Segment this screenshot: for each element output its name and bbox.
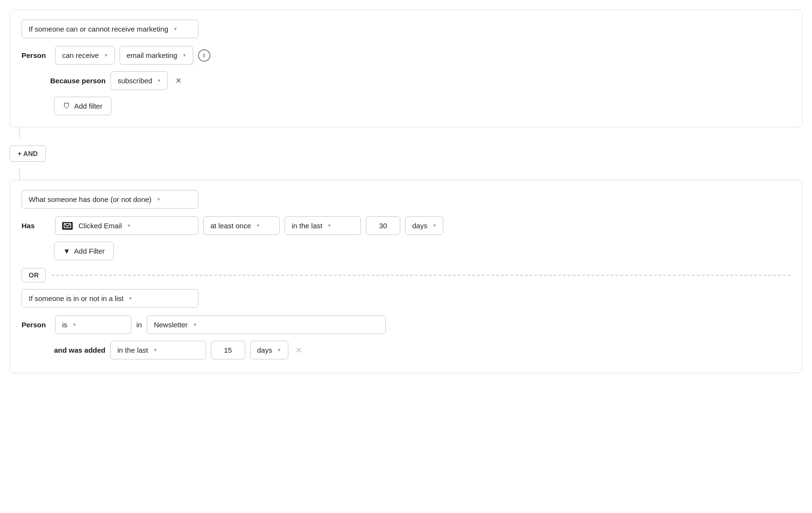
add-filter-icon-1: ⛉	[63, 102, 70, 110]
days-value-input-2[interactable]	[211, 341, 245, 359]
vertical-connector-2	[19, 168, 20, 180]
or-connector: OR	[22, 268, 790, 282]
activity-condition-block: What someone has done (or not done) ▾ Ha…	[10, 180, 802, 373]
chevron-icon-days-2: ▾	[278, 347, 281, 353]
can-receive-select[interactable]: can receive ▾	[55, 46, 115, 65]
clicked-email-select[interactable]: Clicked Email ▾	[55, 216, 198, 235]
or-dashed-line	[52, 275, 790, 276]
clicked-email-label: Clicked Email	[78, 222, 122, 230]
activity-filter-row: Has Clicked Email ▾ at least once ▾ in t…	[22, 216, 790, 235]
add-filter-button-1[interactable]: ⛉ Add filter	[54, 97, 111, 115]
subscribed-select[interactable]: subscribed ▾	[110, 71, 168, 90]
condition-type-label-2: What someone has done (or not done)	[29, 195, 152, 203]
newsletter-select[interactable]: Newsletter ▾	[147, 315, 386, 334]
condition-type-select-2[interactable]: What someone has done (or not done) ▾	[22, 190, 198, 209]
email-icon	[62, 222, 73, 230]
chevron-icon-3: ▾	[129, 295, 132, 301]
condition-type-label-3: If someone is in or not in a list	[29, 294, 123, 302]
days-unit-label-1: days	[412, 222, 428, 230]
chevron-icon-is: ▾	[73, 322, 76, 328]
because-row: Because person subscribed ▾ ×	[50, 71, 790, 90]
chevron-icon-in-last-1: ▾	[328, 223, 331, 229]
add-filter-icon-2: ▼	[63, 247, 70, 255]
is-select[interactable]: is ▾	[55, 315, 132, 334]
newsletter-label: Newsletter	[154, 321, 188, 329]
days-unit-select-1[interactable]: days ▾	[405, 216, 443, 235]
add-filter-label-1: Add filter	[74, 102, 102, 110]
chevron-icon-newsletter: ▾	[194, 322, 197, 328]
in-the-last-label-2: in the last	[118, 346, 148, 354]
condition-type-select-3[interactable]: If someone is in or not in a list ▾	[22, 289, 198, 308]
add-filter-label-2: Add Filter	[74, 247, 105, 255]
list-condition-block: If someone is in or not in a list ▾ Pers…	[22, 289, 790, 359]
and-was-added-label: and was added	[54, 346, 106, 354]
chevron-icon-days-1: ▾	[433, 223, 436, 229]
add-filter-container-1: ⛉ Add filter	[54, 97, 790, 115]
condition-type-label-1: If someone can or cannot receive marketi…	[29, 25, 168, 33]
close-icon-was-added[interactable]: ×	[293, 343, 305, 357]
in-the-last-select-1[interactable]: in the last ▾	[285, 216, 361, 235]
list-filter-row: Person is ▾ in Newsletter ▾	[22, 315, 790, 334]
chevron-icon-2: ▾	[157, 196, 160, 202]
add-filter-button-2[interactable]: ▼ Add Filter	[54, 242, 114, 260]
can-receive-label: can receive	[62, 51, 99, 59]
has-label: Has	[22, 222, 50, 230]
because-label: Because person	[50, 77, 106, 85]
in-the-last-select-2[interactable]: in the last ▾	[110, 341, 206, 359]
person-label-2: Person	[22, 321, 50, 329]
subscribed-label: subscribed	[118, 77, 153, 85]
email-marketing-select[interactable]: email marketing ▾	[120, 46, 193, 65]
person-filter-row: Person can receive ▾ email marketing ▾ i	[22, 46, 790, 65]
is-label: is	[62, 321, 67, 329]
days-unit-label-2: days	[257, 346, 273, 354]
days-value-input-1[interactable]	[366, 216, 400, 235]
condition-type-row-1: If someone can or cannot receive marketi…	[22, 20, 790, 38]
condition-type-select-1[interactable]: If someone can or cannot receive marketi…	[22, 20, 198, 38]
and-connector: + AND	[10, 145, 802, 162]
person-label-1: Person	[22, 51, 50, 59]
condition-type-row-2: What someone has done (or not done) ▾	[22, 190, 790, 209]
chevron-icon-email-marketing: ▾	[183, 52, 186, 58]
at-least-once-label: at least once	[210, 222, 251, 230]
email-marketing-label: email marketing	[127, 51, 177, 59]
or-button[interactable]: OR	[22, 268, 46, 282]
chevron-icon-1: ▾	[174, 26, 177, 32]
days-unit-select-2[interactable]: days ▾	[250, 341, 288, 359]
chevron-icon-can-receive: ▾	[105, 52, 108, 58]
vertical-connector-1	[19, 127, 20, 139]
add-filter-container-2: ▼ Add Filter	[54, 242, 790, 260]
close-icon-subscribed[interactable]: ×	[173, 74, 184, 87]
chevron-icon-clicked: ▾	[128, 223, 131, 229]
marketing-condition-block: If someone can or cannot receive marketi…	[10, 10, 802, 127]
was-added-row: and was added in the last ▾ days ▾ ×	[54, 341, 790, 359]
chevron-icon-in-last-2: ▾	[154, 347, 157, 353]
at-least-once-select[interactable]: at least once ▾	[203, 216, 280, 235]
in-the-last-label-1: in the last	[292, 222, 322, 230]
in-label: in	[136, 321, 142, 329]
info-icon-1[interactable]: i	[198, 49, 210, 62]
chevron-icon-at-least: ▾	[257, 223, 260, 229]
and-button[interactable]: + AND	[10, 145, 46, 162]
condition-type-row-3: If someone is in or not in a list ▾	[22, 289, 790, 308]
chevron-icon-subscribed: ▾	[158, 78, 161, 84]
